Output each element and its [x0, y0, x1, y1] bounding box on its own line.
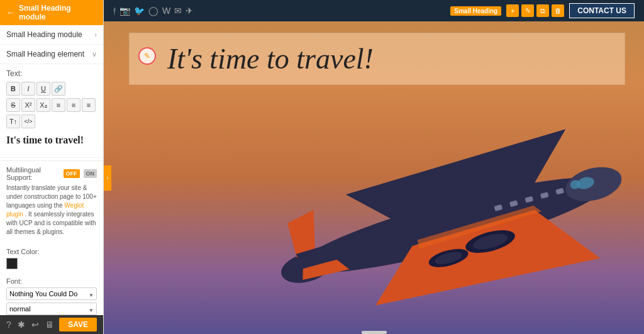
- panel-main-content: Small Heading module › Small Heading ele…: [0, 25, 103, 315]
- section-element: Small Heading element ∨: [0, 45, 103, 64]
- module-delete-button[interactable]: 🗑: [552, 4, 564, 17]
- section-module-item[interactable]: Small Heading module ›: [0, 25, 103, 44]
- whatsapp-icon[interactable]: W: [162, 6, 170, 16]
- chevron-right-icon: ›: [94, 31, 97, 38]
- font-style-wrapper: normal: [6, 303, 97, 315]
- text-editor-section: Text: B I U 🔗 S X² X₂ ≡ ≡ ≡ T↑ </>: [0, 64, 103, 155]
- canvas: ✎ It's time to travel! ›: [104, 21, 644, 334]
- indent-button[interactable]: ≡: [82, 98, 96, 112]
- heading-text: It's time to travel!: [167, 42, 612, 75]
- font-family-select[interactable]: Nothing You Could Do: [6, 287, 97, 300]
- panel-header-label: Small Heading module: [19, 4, 97, 21]
- resize-bottom-handle[interactable]: [362, 331, 387, 334]
- font-size-button[interactable]: T↑: [6, 114, 20, 128]
- bold-button[interactable]: B: [6, 82, 20, 96]
- contact-button[interactable]: CONTACT US: [569, 3, 635, 18]
- toggle-on-badge[interactable]: ON: [84, 169, 97, 178]
- section-element-item[interactable]: Small Heading element ∨: [0, 45, 103, 64]
- text-color-section: Text Color:: [0, 245, 103, 275]
- plane-icon[interactable]: ✈: [186, 6, 193, 16]
- panel-header[interactable]: ← Small Heading module: [0, 0, 103, 25]
- toolbar-row-3: T↑ </>: [6, 114, 97, 128]
- formatting-toolbar: B I U 🔗: [6, 82, 97, 96]
- subscript-button[interactable]: X₂: [36, 98, 50, 112]
- handle-icon: ›: [106, 174, 108, 181]
- text-color-swatch[interactable]: [6, 258, 18, 269]
- monitor-icon[interactable]: 🖥: [45, 320, 54, 330]
- bottom-left-icons: ? ✱ ↩ 🖥: [6, 320, 54, 330]
- module-copy-button[interactable]: ⧉: [536, 4, 549, 17]
- airplane-illustration: [198, 72, 644, 328]
- divider-1: [0, 157, 103, 158]
- main-canvas-area: 𝔣 📷 🐦 ◯ W ✉ ✈ Small Heading + ✎ ⧉ 🗑 CONT…: [104, 0, 644, 334]
- link-button[interactable]: 🔗: [52, 82, 65, 96]
- twitter-icon[interactable]: 🐦: [134, 6, 145, 16]
- font-family-wrapper: Nothing You Could Do: [6, 287, 97, 303]
- facebook-icon[interactable]: 𝔣: [113, 6, 116, 16]
- italic-button[interactable]: I: [21, 82, 35, 96]
- nav-right-group: Small Heading + ✎ ⧉ 🗑 CONTACT US: [450, 3, 635, 18]
- underline-button[interactable]: U: [36, 82, 50, 96]
- undo-icon[interactable]: ↩: [31, 320, 39, 330]
- section-module-label: Small Heading module: [6, 30, 82, 39]
- small-heading-badge: Small Heading: [450, 6, 501, 16]
- list-ul-button[interactable]: ≡: [52, 98, 65, 112]
- font-style-select[interactable]: normal: [6, 303, 97, 315]
- source-button[interactable]: </>: [21, 114, 35, 128]
- text-label: Text:: [6, 69, 97, 78]
- instagram-icon[interactable]: 📷: [119, 6, 130, 16]
- superscript-button[interactable]: X²: [21, 98, 35, 112]
- circle-icon[interactable]: ◯: [148, 6, 158, 16]
- section-module: Small Heading module ›: [0, 25, 103, 45]
- left-resize-handle[interactable]: ›: [104, 165, 111, 191]
- top-navigation: 𝔣 📷 🐦 ◯ W ✉ ✈ Small Heading + ✎ ⧉ 🗑 CONT…: [104, 0, 644, 21]
- social-icons-group: 𝔣 📷 🐦 ◯ W ✉ ✈: [113, 6, 193, 16]
- airplane-svg: [198, 72, 644, 328]
- multilingual-description: Instantly translate your site & under co…: [6, 184, 97, 237]
- multilingual-section: Multilingual Support: OFF ON Instantly t…: [0, 160, 103, 245]
- email-icon[interactable]: ✉: [174, 6, 182, 16]
- toggle-off-badge[interactable]: OFF: [64, 169, 80, 178]
- text-preview: It's time to travel!: [6, 131, 97, 150]
- section-element-label: Small Heading element: [6, 50, 84, 58]
- edit-pencil-icon: ✎: [144, 52, 150, 60]
- strikethrough-button[interactable]: S: [6, 98, 20, 112]
- heading-box: ✎ It's time to travel!: [129, 33, 625, 85]
- settings-icon[interactable]: ✱: [18, 320, 25, 330]
- multilingual-label-text: Multilingual Support:: [6, 166, 60, 181]
- module-add-button[interactable]: +: [506, 4, 519, 17]
- save-button[interactable]: SAVE: [59, 318, 97, 331]
- multilingual-label-row: Multilingual Support: OFF ON: [6, 166, 97, 181]
- font-section: Font: Nothing You Could Do normal 73px: [0, 275, 103, 315]
- text-color-label: Text Color:: [6, 248, 97, 255]
- module-edit-button[interactable]: ✎: [521, 4, 534, 17]
- help-icon[interactable]: ?: [6, 320, 11, 330]
- list-ol-button[interactable]: ≡: [67, 98, 80, 112]
- module-toolbar-group: + ✎ ⧉ 🗑: [506, 4, 564, 17]
- panel-bottom-bar: ? ✱ ↩ 🖥 SAVE: [0, 315, 103, 334]
- chevron-down-icon: ∨: [92, 50, 97, 58]
- toolbar-row-2: S X² X₂ ≡ ≡ ≡: [6, 98, 97, 112]
- left-panel: ← Small Heading module Small Heading mod…: [0, 0, 104, 334]
- back-arrow-icon: ←: [6, 8, 15, 18]
- edit-circle-button[interactable]: ✎: [138, 47, 156, 65]
- font-label: Font:: [6, 277, 97, 285]
